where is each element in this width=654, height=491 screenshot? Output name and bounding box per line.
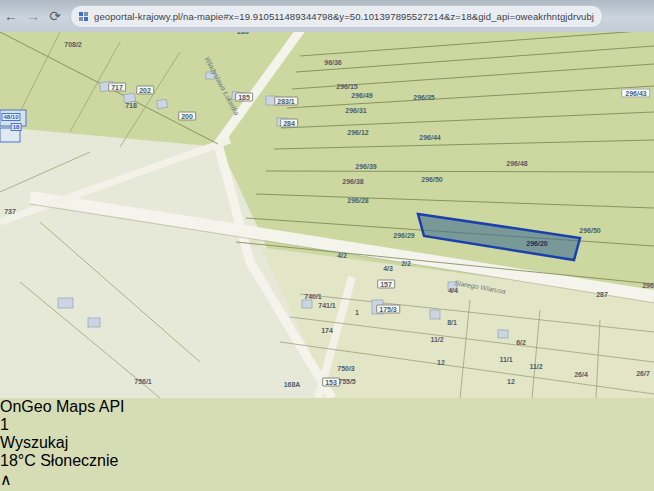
browser-toolbar: ← → ⟳ geoportal-krajowy.pl/na-mapie#x=19… [0,0,654,32]
system-tray: 18°C Słonecznie ∧ ⬡ [0,452,654,491]
back-button[interactable]: ← [0,0,22,32]
weather-widget[interactable]: 18°C Słonecznie [0,452,654,470]
taskbar-search-input[interactable]: Wyszukaj [0,434,654,452]
map-canvas[interactable] [0,32,654,398]
address-bar[interactable]: geoportal-krajowy.pl/na-mapie#x=19.91051… [70,5,603,28]
taskbar-search-placeholder: Wyszukaj [0,434,68,451]
chat-notification-badge: 1 [0,416,654,434]
site-favicon-icon [79,12,88,21]
url-text: geoportal-krajowy.pl/na-mapie#x=19.91051… [94,11,594,22]
reload-button[interactable]: ⟳ [44,0,66,32]
map-attribution: OnGeo Maps API [0,398,654,416]
tray-caret-icon[interactable]: ∧ [0,470,654,489]
windows-taskbar: Wyszukaj 18°C Słonecznie ∧ ⬡ [0,434,654,491]
forward-button[interactable]: → [22,0,44,32]
laptop-screen-photo: 280708/2717202718200185283/128448/101873… [0,0,654,491]
chat-widget-button[interactable]: 1 [0,416,654,434]
map-vector-layer [0,32,654,398]
